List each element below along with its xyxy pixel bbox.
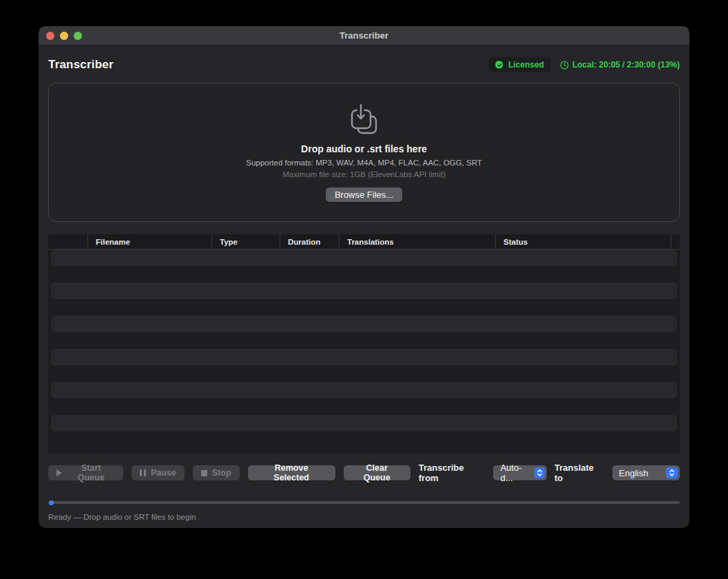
usage-indicator: Local: 20:05 / 2:30:00 (13%) bbox=[560, 60, 680, 70]
window-content: Transcriber Licensed Local: 20:05 / 2:30… bbox=[39, 45, 689, 528]
license-badge-label: Licensed bbox=[508, 60, 544, 70]
remove-selected-button[interactable]: Remove Selected bbox=[248, 465, 335, 480]
page-title: Transcriber bbox=[48, 58, 114, 72]
table-row[interactable] bbox=[51, 398, 677, 415]
table-row[interactable] bbox=[51, 365, 677, 382]
translate-to-select[interactable]: English bbox=[612, 465, 680, 480]
column-header-icon[interactable] bbox=[48, 234, 88, 249]
table-row[interactable] bbox=[51, 299, 677, 316]
table-row[interactable] bbox=[51, 250, 677, 266]
column-header-duration[interactable]: Duration bbox=[280, 234, 340, 249]
file-drop-zone[interactable]: Drop audio or .srt files here Supported … bbox=[48, 83, 680, 222]
transcribe-from-label: Transcribe from bbox=[419, 463, 486, 483]
queue-table: Filename Type Duration Translations Stat… bbox=[48, 234, 680, 454]
popup-chevrons-icon bbox=[534, 467, 545, 478]
table-row[interactable] bbox=[51, 431, 677, 448]
column-header-type[interactable]: Type bbox=[212, 234, 280, 249]
start-queue-button[interactable]: Start Queue bbox=[48, 465, 123, 480]
stop-icon bbox=[201, 470, 207, 476]
queue-progress-bar bbox=[48, 501, 680, 504]
table-header: Filename Type Duration Translations Stat… bbox=[48, 234, 680, 250]
browse-files-button[interactable]: Browse Files... bbox=[326, 187, 402, 202]
table-row[interactable] bbox=[51, 332, 677, 349]
download-tray-icon bbox=[349, 103, 380, 135]
pause-button[interactable]: Pause bbox=[132, 465, 184, 480]
column-header-status[interactable]: Status bbox=[496, 234, 672, 249]
license-badge: Licensed bbox=[488, 57, 551, 72]
table-row[interactable] bbox=[51, 382, 677, 398]
progress-indicator bbox=[49, 500, 54, 505]
pause-icon bbox=[140, 469, 146, 476]
play-icon bbox=[56, 469, 62, 476]
stop-button[interactable]: Stop bbox=[193, 465, 240, 480]
queue-toolbar: Start Queue Pause Stop Remove Selected C… bbox=[48, 463, 680, 483]
title-bar[interactable]: Transcriber bbox=[39, 26, 689, 45]
table-row[interactable] bbox=[51, 349, 677, 365]
window-title: Transcriber bbox=[39, 30, 689, 41]
clock-icon bbox=[560, 61, 569, 70]
app-window: Transcriber Transcriber Licensed bbox=[39, 26, 689, 528]
table-row[interactable] bbox=[51, 316, 677, 332]
stop-label: Stop bbox=[212, 468, 231, 478]
usage-text: Local: 20:05 / 2:30:00 (13%) bbox=[572, 60, 680, 70]
translate-to-label: Translate to bbox=[554, 463, 605, 483]
max-file-size-text: Maximum file size: 1GB (ElevenLabs API l… bbox=[282, 170, 445, 179]
checkmark-seal-icon bbox=[495, 61, 504, 70]
clear-queue-button[interactable]: Clear Queue bbox=[344, 465, 410, 480]
table-row[interactable] bbox=[51, 415, 677, 431]
table-row[interactable] bbox=[51, 266, 677, 283]
column-header-translations[interactable]: Translations bbox=[340, 234, 496, 249]
translate-to-value: English bbox=[619, 468, 649, 478]
table-body bbox=[48, 250, 680, 454]
transcribe-from-value: Auto-d... bbox=[500, 463, 529, 483]
supported-formats-text: Supported formats: MP3, WAV, M4A, MP4, F… bbox=[246, 159, 482, 167]
column-header-filename[interactable]: Filename bbox=[88, 234, 212, 249]
popup-chevrons-icon bbox=[666, 467, 678, 478]
table-row[interactable] bbox=[51, 283, 677, 299]
pause-label: Pause bbox=[151, 468, 176, 478]
start-queue-label: Start Queue bbox=[67, 463, 115, 482]
app-header: Transcriber Licensed Local: 20:05 / 2:30… bbox=[48, 55, 680, 74]
status-bar: Ready — Drop audio or SRT files to begin bbox=[48, 513, 680, 521]
transcribe-from-select[interactable]: Auto-d... bbox=[493, 465, 547, 480]
drop-zone-title: Drop audio or .srt files here bbox=[301, 143, 427, 154]
